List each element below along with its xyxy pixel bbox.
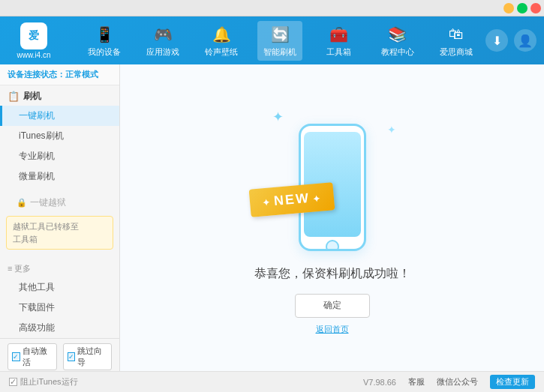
nav-ringtones[interactable]: 🔔 铃声壁纸 [199, 21, 244, 61]
download-button[interactable]: ⬇ [485, 29, 508, 52]
apps-games-icon: 🎮 [152, 24, 173, 45]
my-device-label: 我的设备 [88, 46, 121, 58]
flash-section-icon: 📋 [8, 91, 20, 102]
nav-toolbox[interactable]: 🧰 工具箱 [317, 21, 362, 61]
connection-status: 设备连接状态：正常模式 [0, 64, 119, 85]
sparkle-icon-right: ✦ [387, 124, 396, 136]
logo[interactable]: 爱 www.i4.cn [8, 22, 60, 59]
sidebar-more-section: ≡ 更多 [0, 259, 119, 277]
main-content-area: ✦ ✦ NEW 恭喜您，保资料刷机成功啦！ 确定 返回首页 [120, 64, 544, 371]
my-device-icon: 📱 [94, 24, 115, 45]
phone-home-button [326, 240, 339, 251]
maximize-button[interactable] [517, 3, 527, 13]
success-text: 恭喜您，保资料刷机成功啦！ [254, 266, 410, 282]
account-icon: 👤 [518, 34, 533, 48]
header-right: ⬇ 👤 [485, 29, 536, 52]
shop-label: 爱思商城 [440, 46, 473, 58]
device-checkboxes: ✓ 自动激活 ✓ 跳过向导 [8, 343, 112, 370]
tutorials-icon: 📚 [387, 24, 408, 45]
nav-apps-games[interactable]: 🎮 应用游戏 [140, 21, 185, 61]
flash-section-title: 📋 刷机 [0, 85, 119, 106]
apps-games-label: 应用游戏 [146, 46, 179, 58]
minimize-button[interactable] [503, 3, 514, 13]
main-content: 设备连接状态：正常模式 📋 刷机 一键刷机 iTunes刷机 专业刷机 微量刷机… [0, 64, 544, 371]
lock-icon: 🔒 [17, 198, 27, 208]
update-button[interactable]: 检查更新 [490, 375, 535, 389]
close-button[interactable] [530, 3, 541, 13]
footer: ✓ 阻止iTunes运行 V7.98.66 客服 微信公众号 检查更新 [0, 371, 544, 392]
ringtones-icon: 🔔 [211, 24, 232, 45]
wechat-link[interactable]: 微信公众号 [437, 376, 478, 388]
account-button[interactable]: 👤 [514, 29, 536, 52]
toolbox-icon: 🧰 [329, 24, 350, 45]
sidebar-item-download-firmware[interactable]: 下载固件 [0, 298, 119, 318]
phone-illustration: ✦ ✦ NEW [265, 101, 400, 251]
smart-flash-label: 智能刷机 [263, 46, 296, 58]
title-bar [0, 0, 544, 16]
sidebar-item-one-click-flash[interactable]: 一键刷机 [0, 106, 119, 126]
nav-smart-flash[interactable]: 🔄 智能刷机 [257, 21, 302, 61]
nav-my-device[interactable]: 📱 我的设备 [82, 21, 127, 61]
nav-tutorials[interactable]: 📚 教程中心 [375, 21, 420, 61]
confirm-button[interactable]: 确定 [295, 294, 370, 318]
sparkle-icon-left: ✦ [272, 109, 284, 125]
smart-flash-icon: 🔄 [269, 24, 290, 45]
download-icon: ⬇ [492, 34, 502, 48]
sidebar-item-jailbreak: 🔒 一键越狱 [0, 193, 119, 213]
sidebar-item-other-tools[interactable]: 其他工具 [0, 277, 119, 298]
tutorials-label: 教程中心 [381, 46, 414, 58]
status-value: 正常模式 [65, 70, 98, 79]
logo-url: www.i4.cn [17, 51, 50, 59]
nav-shop[interactable]: 🛍 爱思商城 [434, 21, 479, 61]
logo-icon: 爱 [20, 22, 47, 49]
checkbox-icon-1: ✓ [12, 352, 20, 361]
footer-right: V7.98.66 客服 微信公众号 检查更新 [363, 375, 535, 389]
nav-bar: 📱 我的设备 🎮 应用游戏 🔔 铃声壁纸 🔄 智能刷机 🧰 工具箱 📚 教程中心… [75, 21, 485, 61]
ringtones-label: 铃声壁纸 [205, 46, 238, 58]
itunes-checkbox[interactable]: ✓ [9, 378, 17, 386]
header: 爱 www.i4.cn 📱 我的设备 🎮 应用游戏 🔔 铃声壁纸 🔄 智能刷机 … [0, 16, 544, 64]
sidebar-item-micro-flash[interactable]: 微量刷机 [0, 166, 119, 187]
itunes-label: 阻止iTunes运行 [20, 376, 78, 388]
auto-activate-checkbox[interactable]: ✓ 自动激活 [8, 343, 57, 370]
sidebar-item-itunes-flash[interactable]: iTunes刷机 [0, 126, 119, 146]
back-link[interactable]: 返回首页 [316, 324, 349, 335]
version-text: V7.98.66 [363, 378, 396, 387]
footer-left: ✓ 阻止iTunes运行 [9, 376, 78, 388]
sidebar: 设备连接状态：正常模式 📋 刷机 一键刷机 iTunes刷机 专业刷机 微量刷机… [0, 64, 120, 371]
support-link[interactable]: 客服 [408, 376, 425, 388]
shop-icon: 🛍 [446, 24, 467, 45]
sidebar-warning-box: 越狱工具已转移至工具箱 [6, 216, 113, 250]
sidebar-item-pro-flash[interactable]: 专业刷机 [0, 146, 119, 166]
skip-wizard-checkbox[interactable]: ✓ 跳过向导 [63, 343, 113, 370]
checkbox-icon-2: ✓ [68, 352, 76, 361]
status-label: 设备连接状态： [8, 70, 65, 79]
device-section: ✓ 自动激活 ✓ 跳过向导 📱 iPhone 12 mini 64GB Down… [0, 338, 119, 371]
toolbox-label: 工具箱 [326, 46, 351, 58]
sidebar-item-advanced[interactable]: 高级功能 [0, 318, 119, 338]
